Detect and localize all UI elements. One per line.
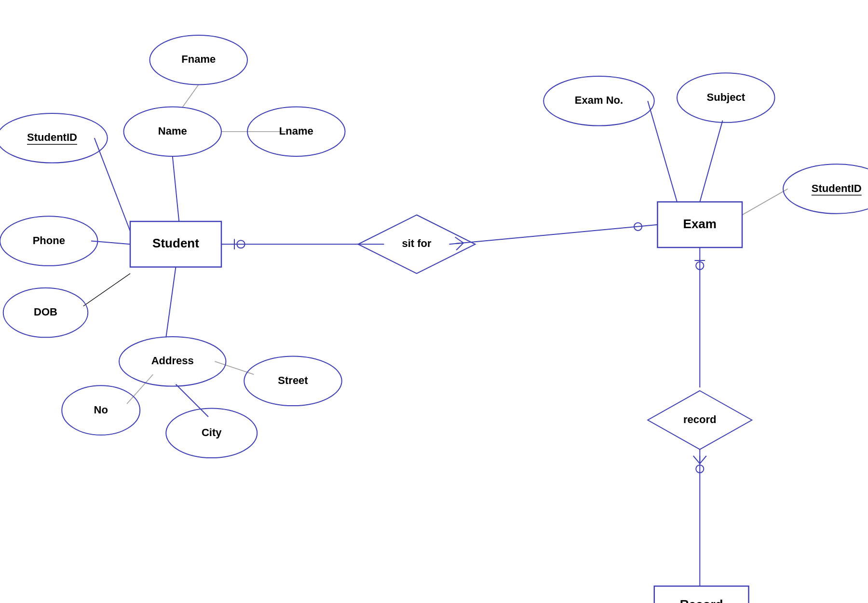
er-diagram <box>0 0 868 603</box>
